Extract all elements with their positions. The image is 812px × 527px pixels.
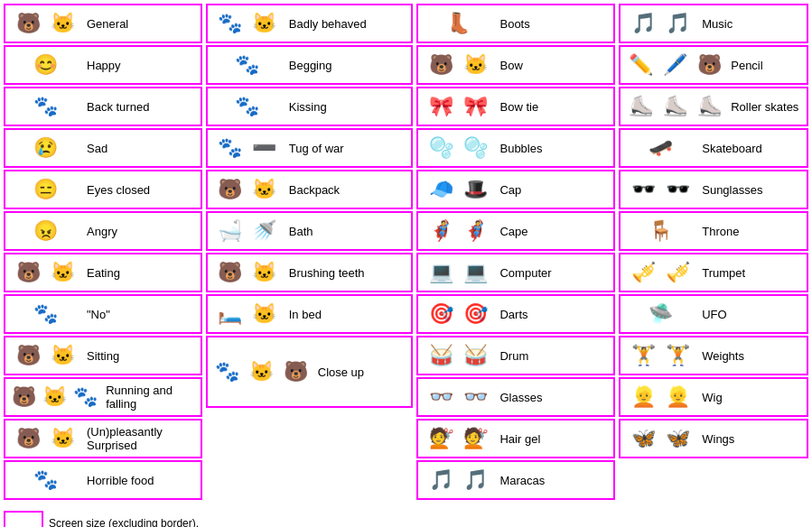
icons-area: 🐾 [9,464,81,496]
item-icon: 🐱 [246,356,278,388]
item-icon: 😑 [29,173,61,206]
item-icon: 🎯 [459,298,491,330]
item-icon: 🐱 [46,256,79,289]
icons-area: 😑 [9,173,81,206]
item-icon: 🐻 [12,7,44,40]
list-item: 🎀🎀Bow tie [416,87,615,126]
list-item: 🐾"No" [4,294,202,334]
list-item: 🥁🥁Drum [416,336,615,375]
icons-area: 👓👓 [422,381,494,413]
legend-label: Screen size (excluding border). [49,517,199,527]
screen-size-legend: Screen size (excluding border). [4,507,812,527]
item-icon: 🐱 [46,339,79,372]
icons-area: 🐻🐱 [422,49,494,81]
icons-area: 🫧🫧 [422,132,494,164]
item-icon: ➖ [248,132,281,164]
list-item: 🐾Begging [206,45,414,85]
item-icon: 🥁 [425,339,457,372]
list-item: 🐻🐱(Un)pleasantly Surprised [4,419,202,458]
icons-area: 🦋🦋 [624,422,696,455]
item-icon: 🎀 [425,90,457,123]
icons-area: 💻💻 [422,256,494,289]
item-label: UFO [696,308,769,321]
item-label: Drum [494,349,566,363]
icons-area: 🏋️🏋️ [624,339,696,372]
list-item: 🫧🫧Bubbles [416,128,615,168]
item-icon: 🛸 [644,298,677,330]
item-label: Running and falling [100,384,197,411]
list-item: 🕶️🕶️Sunglasses [619,170,808,209]
icons-area: 🎵🎵 [422,464,494,496]
item-label: Weights [696,349,769,363]
icons-area: 🎺🎺 [624,256,696,289]
icons-area: 👱👱 [624,381,696,413]
item-icon: 🐱 [46,7,79,40]
list-item: 🐾Horrible food [4,460,202,500]
list-item: ✏️🖊️🐻Pencil [619,45,808,85]
list-item: 😊Happy [4,45,202,85]
item-label: Eating [81,266,154,280]
icons-area: 🛹 [624,132,696,164]
list-item: 🎯🎯Darts [416,294,615,334]
item-icon: 🐱 [459,49,491,81]
item-label: Maracas [494,474,566,487]
list-item: 💻💻Computer [416,253,615,292]
item-icon: 😢 [29,132,61,164]
list-item: 🛁🚿Bath [206,211,414,251]
list-item: 🦸🦸Cape [416,211,615,251]
item-label: Sitting [81,349,154,363]
column-3: 👢Boots🐻🐱Bow🎀🎀Bow tie🫧🫧Bubbles🧢🎩Cap🦸🦸Cape… [416,4,615,500]
item-icon: 🐻 [214,256,247,289]
item-icon: 🐾 [29,298,61,330]
list-item: 👓👓Glasses [416,377,615,417]
item-icon: 🐱 [248,256,281,289]
item-icon: 🛹 [644,132,677,164]
icons-area: 🐾 [9,90,81,123]
list-item: 🐾🐱🐻Close up [206,336,414,408]
item-icon: 🎀 [459,90,491,123]
list-item: 🐻🐱Eating [4,253,202,292]
item-label: Sad [81,142,154,155]
item-icon: 🎵 [425,464,457,496]
item-icon: 🐻 [693,49,725,81]
item-icon: 👱 [661,381,694,413]
list-item: 🐻🐱Bow [416,45,615,85]
item-label: Bow tie [494,100,566,114]
item-icon: 🐾 [231,90,264,123]
item-icon: 🫧 [425,132,457,164]
item-icon: 🐾 [29,464,61,496]
item-icon: 💇 [425,422,457,455]
list-item: 🐾Kissing [206,87,414,126]
item-label: Kissing [284,100,356,114]
item-label: Darts [494,308,566,321]
item-icon: 🐱 [248,173,281,206]
item-icon: 🐱 [46,422,79,455]
list-item: ⛸️⛸️⛸️Roller skates [619,87,808,126]
icons-area: 🥁🥁 [422,339,494,372]
item-icon: 🥁 [459,339,491,372]
list-item: 🐻🐱General [4,4,202,43]
icons-area: 🕶️🕶️ [624,173,696,206]
item-icon: 💇 [459,422,491,455]
icons-area: 😊 [9,49,81,81]
item-label: Music [696,17,769,31]
icons-area: 🎯🎯 [422,298,494,330]
item-icon: 👓 [459,381,491,413]
icons-area: 🐾🐱 [211,7,284,40]
item-label: Roller skates [725,100,798,114]
item-label: Happy [81,59,154,72]
item-icon: 👓 [425,381,457,413]
icons-area: 🛁🚿 [211,215,284,247]
item-icon: 🕶️ [627,173,659,206]
item-icon: 🐻 [214,173,247,206]
item-icon: 🐾 [214,7,247,40]
item-icon: 🐾 [71,381,100,413]
list-item: 🎵🎵Maracas [416,460,615,500]
list-item: 🐻🐱Brushing teeth [206,253,414,292]
item-icon: 🎵 [459,464,491,496]
list-item: 🛸UFO [619,294,808,334]
item-icon: 🐱 [40,381,69,413]
item-label: Close up [313,365,385,379]
item-label: Wig [696,391,769,404]
icons-area: 🐾 [9,298,81,330]
